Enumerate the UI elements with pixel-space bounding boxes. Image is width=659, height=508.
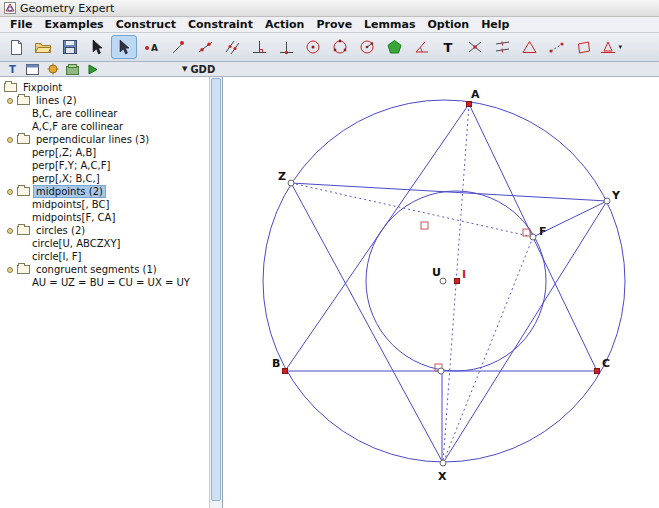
tree-item-label[interactable]: circle[I, F] bbox=[30, 251, 83, 262]
tree-item-label[interactable]: A,C,F are collinear bbox=[30, 121, 125, 132]
tree-item-label[interactable]: midpoints[, BC] bbox=[30, 199, 111, 210]
open-file-button[interactable] bbox=[30, 35, 56, 59]
triangle-button[interactable] bbox=[516, 35, 542, 59]
tree-leaf-collinear-2[interactable]: A,C,F are collinear bbox=[0, 120, 208, 133]
move-tool-button[interactable] bbox=[111, 35, 137, 59]
select-arrow-icon bbox=[89, 39, 105, 55]
segment-ZX[interactable] bbox=[291, 183, 443, 463]
point-I[interactable] bbox=[455, 279, 460, 284]
menu-constraint[interactable]: Constraint bbox=[182, 18, 259, 31]
svg-text:T: T bbox=[9, 64, 16, 75]
point-Z[interactable] bbox=[288, 180, 294, 186]
tree-leaf-perp-2[interactable]: perp[F,Y; A,C,F] bbox=[0, 159, 208, 172]
tree-item-label[interactable]: AU = UZ = BU = CU = UX = UY bbox=[30, 277, 192, 288]
new-file-button[interactable] bbox=[3, 35, 29, 59]
tree-leaf-circle-2[interactable]: circle[I, F] bbox=[0, 250, 208, 263]
tree-item-label[interactable]: perp[,Z; A,B] bbox=[30, 147, 98, 158]
tree-leaf-perp-1[interactable]: perp[,Z; A,B] bbox=[0, 146, 208, 159]
menu-examples[interactable]: Examples bbox=[39, 18, 110, 31]
draw-point-button[interactable] bbox=[165, 35, 191, 59]
menu-help[interactable]: Help bbox=[475, 18, 515, 31]
tree-item-label[interactable]: perp[,X; B,C,] bbox=[30, 173, 102, 184]
polygon-button[interactable] bbox=[381, 35, 407, 59]
tree-item-label[interactable]: midpoints[F, CA] bbox=[30, 212, 117, 223]
quadrilateral-button[interactable] bbox=[570, 35, 596, 59]
tree-item-label[interactable]: circles (2) bbox=[34, 225, 87, 236]
tree-leaf-collinear-1[interactable]: B,C, are collinear bbox=[0, 107, 208, 120]
point-A[interactable] bbox=[467, 102, 472, 107]
tree-item-label[interactable]: Fixpoint bbox=[21, 82, 64, 93]
settings-button[interactable] bbox=[44, 63, 61, 76]
save-button[interactable] bbox=[57, 35, 83, 59]
circle-radius-button[interactable] bbox=[354, 35, 380, 59]
tree-item-label[interactable]: lines (2) bbox=[34, 95, 79, 106]
tree-handle-icon[interactable] bbox=[7, 98, 13, 104]
tree-scrollbar-thumb[interactable] bbox=[211, 78, 221, 501]
menu-action[interactable]: Action bbox=[259, 18, 310, 31]
tree-item-label[interactable]: perpendicular lines (3) bbox=[34, 134, 151, 145]
shapes-dropdown-button[interactable]: ▾ bbox=[597, 35, 623, 59]
perpendicular-foot-icon bbox=[278, 39, 294, 55]
dotted-segment-FX[interactable] bbox=[443, 237, 533, 463]
tree-handle-icon[interactable] bbox=[7, 267, 13, 273]
point-Y[interactable] bbox=[604, 198, 610, 204]
tree-handle-icon[interactable] bbox=[7, 189, 13, 195]
tree-item-fixpoint[interactable]: Fixpoint bbox=[0, 81, 208, 94]
menu-file[interactable]: File bbox=[4, 18, 39, 31]
circle-3points-button[interactable] bbox=[327, 35, 353, 59]
perpendicular-foot-button[interactable] bbox=[273, 35, 299, 59]
tree-leaf-midpoint-2[interactable]: midpoints[F, CA] bbox=[0, 211, 208, 224]
segment-AB[interactable] bbox=[285, 104, 469, 371]
move-arrow-icon bbox=[116, 39, 132, 55]
menu-construct[interactable]: Construct bbox=[110, 18, 182, 31]
run-button[interactable] bbox=[84, 63, 101, 76]
circle-center-button[interactable] bbox=[300, 35, 326, 59]
tree-item-lines[interactable]: lines (2) bbox=[0, 94, 208, 107]
tree-item-congruent-segments[interactable]: congruent segments (1) bbox=[0, 263, 208, 276]
tree-handle-icon[interactable] bbox=[7, 137, 13, 143]
select-arrow-button[interactable] bbox=[84, 35, 110, 59]
tree-item-circles[interactable]: circles (2) bbox=[0, 224, 208, 237]
dotted-segment-ZF[interactable] bbox=[291, 183, 533, 237]
point-midpoint-BC[interactable] bbox=[438, 368, 444, 374]
window-panel-button[interactable] bbox=[24, 63, 41, 76]
segment-ZY[interactable] bbox=[291, 183, 607, 201]
tree-leaf-midpoint-1[interactable]: midpoints[, BC] bbox=[0, 198, 208, 211]
menu-option[interactable]: Option bbox=[421, 18, 475, 31]
menu-lemmas[interactable]: Lemmas bbox=[358, 18, 421, 31]
geometry-canvas[interactable]: A Z Y F U I B C X bbox=[224, 77, 659, 508]
text-icon: T bbox=[444, 41, 453, 54]
perpendicular-line-button[interactable] bbox=[246, 35, 272, 59]
segment-YX[interactable] bbox=[443, 201, 607, 463]
tree-item-label[interactable]: congruent segments (1) bbox=[34, 264, 159, 275]
point-X[interactable] bbox=[440, 460, 446, 466]
secondary-toolbar: T ▼ GDD bbox=[0, 62, 659, 77]
tree-item-label[interactable]: B,C, are collinear bbox=[30, 108, 119, 119]
angle-button[interactable] bbox=[408, 35, 434, 59]
measure-dotted-button[interactable] bbox=[543, 35, 569, 59]
point-B[interactable] bbox=[283, 369, 288, 374]
tree-item-label[interactable]: perp[F,Y; A,C,F] bbox=[30, 160, 112, 171]
tree-item-label[interactable]: circle[U, ABCZXY] bbox=[30, 238, 122, 249]
equal-transfer-button[interactable] bbox=[489, 35, 515, 59]
line-tool-button[interactable] bbox=[192, 35, 218, 59]
tree-item-label-selected[interactable]: midpoints (2) bbox=[34, 186, 105, 197]
parallel-line-button[interactable] bbox=[219, 35, 245, 59]
gdd-mode-dropdown[interactable]: ▼ GDD bbox=[178, 64, 219, 75]
tree-leaf-congruent[interactable]: AU = UZ = BU = CU = UX = UY bbox=[0, 276, 208, 289]
intersection-button[interactable] bbox=[462, 35, 488, 59]
tree-item-midpoints[interactable]: midpoints (2) bbox=[0, 185, 208, 198]
text-style-button[interactable]: T bbox=[4, 63, 21, 76]
library-button[interactable] bbox=[64, 63, 81, 76]
tree-leaf-perp-3[interactable]: perp[,X; B,C,] bbox=[0, 172, 208, 185]
text-button[interactable]: T bbox=[435, 35, 461, 59]
menu-prove[interactable]: Prove bbox=[310, 18, 358, 31]
tree-scrollbar[interactable] bbox=[209, 77, 222, 508]
tree-leaf-circle-1[interactable]: circle[U, ABCZXY] bbox=[0, 237, 208, 250]
chevron-down-icon[interactable]: ▾ bbox=[618, 43, 622, 51]
tree-handle-icon[interactable] bbox=[7, 228, 13, 234]
tree-item-perpendicular-lines[interactable]: perpendicular lines (3) bbox=[0, 133, 208, 146]
point-C[interactable] bbox=[595, 369, 600, 374]
point-label-button[interactable]: A bbox=[138, 35, 164, 59]
point-F[interactable] bbox=[530, 234, 536, 240]
